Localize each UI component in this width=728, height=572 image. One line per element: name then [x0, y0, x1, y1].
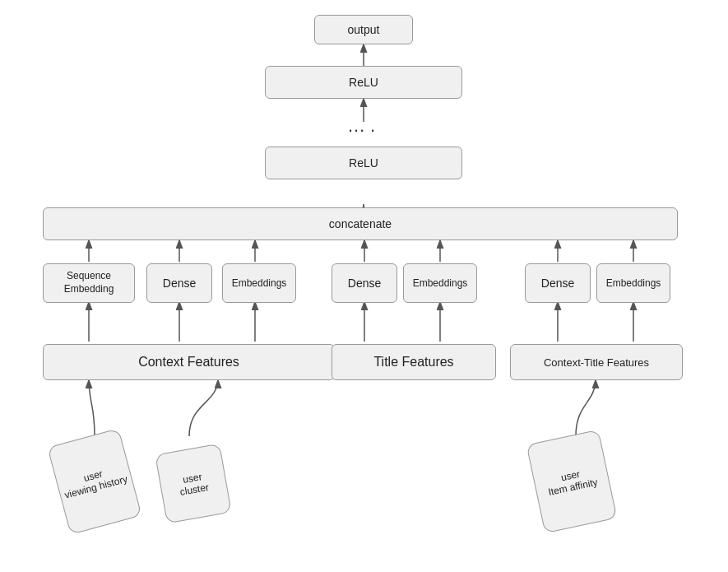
user-item-box: user Item affinity — [526, 430, 618, 533]
user-cluster-label: user cluster — [177, 470, 210, 498]
emb-title-box: Embeddings — [403, 263, 477, 303]
title-features-box: Title Features — [332, 344, 496, 380]
context-title-features-box: Context-Title Features — [510, 344, 683, 380]
emb-ct-box: Embeddings — [596, 263, 670, 303]
dense-ctx-box: Dense — [146, 263, 212, 303]
user-item-label: user Item affinity — [545, 465, 599, 498]
concatenate-box: concatenate — [43, 207, 678, 240]
relu-top-box: ReLU — [265, 66, 462, 99]
user-cluster-box: user cluster — [155, 444, 232, 524]
dots-label: …. — [347, 115, 380, 137]
relu-bottom-box: ReLU — [265, 146, 462, 179]
diagram: output ReLU …. ReLU concatenate Sequence… — [0, 0, 728, 572]
user-viewing-box: user viewing history — [47, 428, 141, 535]
dense-ct-box: Dense — [525, 263, 591, 303]
context-features-box: Context Features — [43, 344, 335, 380]
seq-emb-box: Sequence Embedding — [43, 263, 135, 303]
output-box: output — [314, 15, 413, 44]
user-viewing-label: user viewing history — [60, 462, 128, 500]
dense-title-box: Dense — [332, 263, 397, 303]
emb-ctx-box: Embeddings — [222, 263, 296, 303]
